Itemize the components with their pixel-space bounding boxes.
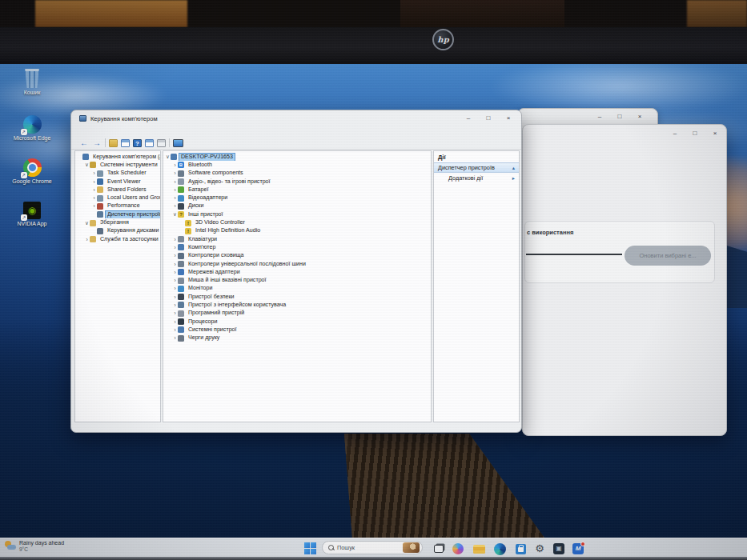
- up-level-icon[interactable]: [109, 139, 118, 147]
- start-button[interactable]: [304, 542, 316, 554]
- close-button[interactable]: ×: [635, 113, 645, 121]
- expand-caret-icon[interactable]: ▸: [512, 175, 515, 182]
- monitor-icon[interactable]: [173, 139, 183, 147]
- device-tree-item[interactable]: › Батареї: [163, 186, 431, 194]
- tree-item[interactable]: › Local Users and Groups: [75, 194, 160, 202]
- expand-arrow-icon[interactable]: ›: [172, 245, 178, 250]
- device-tree-item[interactable]: ∨ ? Інші пристрої: [163, 210, 431, 218]
- device-tree-item[interactable]: › Миша й інші вказівні пристрої: [163, 276, 431, 284]
- device-tree-item[interactable]: › Контролери універсальної послідовної ш…: [163, 260, 431, 268]
- device-tree-item[interactable]: › B Bluetooth: [163, 161, 431, 169]
- minimize-button[interactable]: –: [464, 114, 473, 122]
- expand-arrow-icon[interactable]: ›: [172, 302, 178, 308]
- maximize-button[interactable]: □: [615, 113, 625, 121]
- pinned-app-button-2[interactable]: M: [572, 542, 584, 555]
- desktop-icon-google-chrome[interactable]: ↗ Google Chrome: [6, 158, 58, 185]
- help-icon[interactable]: ?: [133, 139, 142, 147]
- search-daily-image[interactable]: [403, 542, 420, 553]
- minimize-button[interactable]: –: [595, 113, 604, 121]
- expand-arrow-icon[interactable]: ›: [172, 278, 178, 283]
- tree-item[interactable]: › Task Scheduler: [75, 170, 160, 178]
- device-tree-item[interactable]: › Диски: [163, 202, 431, 210]
- tree-item[interactable]: › Performance: [75, 202, 160, 210]
- store-button[interactable]: [514, 542, 527, 555]
- desktop-icon-nvidia-app[interactable]: ◉ ↗ NVIDIA App: [6, 202, 58, 227]
- device-tree-item[interactable]: › Черги друку: [163, 334, 431, 342]
- tree-item[interactable]: › Event Viewer: [75, 178, 160, 186]
- device-tree-item[interactable]: › Програмний пристрій: [163, 310, 431, 318]
- expand-arrow-icon[interactable]: ›: [91, 179, 97, 185]
- export-list-icon[interactable]: [157, 139, 166, 147]
- expand-arrow-icon[interactable]: ›: [91, 195, 97, 201]
- copilot-button[interactable]: [452, 542, 464, 555]
- minimize-button[interactable]: –: [670, 130, 680, 138]
- tree-item[interactable]: Керування дисками: [75, 227, 160, 235]
- expand-arrow-icon[interactable]: ›: [172, 162, 178, 168]
- expand-arrow-icon[interactable]: ›: [172, 262, 178, 267]
- tree-item[interactable]: › Shared Folders: [75, 186, 160, 194]
- device-tree-item[interactable]: › Клавіатури: [163, 235, 431, 243]
- expand-arrow-icon[interactable]: ›: [172, 237, 178, 242]
- expand-arrow-icon[interactable]: ›: [91, 170, 97, 176]
- expand-arrow-icon[interactable]: ›: [172, 195, 178, 201]
- desktop-icon-recycle-bin[interactable]: Кошик: [6, 69, 58, 96]
- device-tree-item[interactable]: › Комп'ютер: [163, 243, 431, 251]
- tree-item[interactable]: ∨ Системні інструменти: [75, 161, 160, 169]
- collapse-caret-icon[interactable]: ▴: [512, 165, 515, 171]
- edge-taskbar-button[interactable]: [493, 542, 506, 555]
- expand-arrow-icon[interactable]: ›: [91, 187, 97, 193]
- computer-management-window[interactable]: Керування комп'ютером – □ × ← → ?: [70, 110, 522, 433]
- device-tree-item[interactable]: › Пристрої з інтерфейсом користувача: [163, 301, 431, 309]
- expand-arrow-icon[interactable]: ›: [172, 286, 178, 291]
- expand-arrow-icon[interactable]: ›: [172, 327, 178, 333]
- tree-item[interactable]: Керування комп'ютером (лок: [75, 153, 160, 161]
- close-button[interactable]: ×: [504, 114, 513, 122]
- title-bar[interactable]: Керування комп'ютером – □ ×: [71, 110, 521, 126]
- settings-button[interactable]: ⚙: [533, 542, 546, 555]
- weather-widget[interactable]: Rainy days ahead 9°C: [5, 539, 64, 553]
- device-tree-item[interactable]: › Відеоадаптери: [163, 194, 431, 202]
- expand-arrow-icon[interactable]: ∨: [165, 154, 171, 160]
- tree-item[interactable]: ∨ Зберігання: [75, 218, 160, 226]
- tree-item[interactable]: › Служби та застосунки: [75, 235, 160, 243]
- device-tree-item[interactable]: ∨ DESKTOP-PVJ1653: [163, 153, 431, 161]
- expand-arrow-icon[interactable]: ›: [172, 170, 178, 176]
- file-explorer-button[interactable]: [472, 542, 485, 555]
- expand-arrow-icon[interactable]: ›: [172, 179, 178, 185]
- maximize-button[interactable]: □: [690, 130, 700, 138]
- background-window-updater[interactable]: – □ × с використання Оновити вибрані е..…: [522, 124, 727, 436]
- expand-arrow-icon[interactable]: ›: [172, 253, 178, 258]
- forward-icon[interactable]: →: [92, 139, 102, 147]
- expand-arrow-icon[interactable]: ›: [84, 237, 90, 242]
- expand-arrow-icon[interactable]: ›: [172, 270, 178, 275]
- back-icon[interactable]: ←: [79, 139, 89, 147]
- search-input[interactable]: Пошук: [322, 541, 423, 554]
- expand-arrow-icon[interactable]: ›: [172, 294, 178, 300]
- device-tree-item[interactable]: › Монітори: [163, 285, 431, 293]
- expand-arrow-icon[interactable]: ∨: [84, 220, 90, 226]
- task-view-button[interactable]: [432, 542, 445, 555]
- pinned-app-button-1[interactable]: ▣: [552, 542, 565, 555]
- device-tree-item[interactable]: › Аудіо-, відео- та ігрові пристрої: [163, 178, 431, 186]
- expand-arrow-icon[interactable]: ∨: [84, 162, 90, 168]
- tree-item[interactable]: Диспетчер пристроїв: [75, 210, 160, 218]
- expand-arrow-icon[interactable]: ›: [172, 310, 178, 316]
- device-tree-item[interactable]: › Пристрої безпеки: [163, 293, 431, 301]
- maximize-button[interactable]: □: [484, 114, 493, 122]
- close-button[interactable]: ×: [710, 130, 720, 138]
- expand-arrow-icon[interactable]: ∨: [172, 211, 178, 218]
- device-tree-item[interactable]: › Процесори: [163, 318, 431, 326]
- expand-arrow-icon[interactable]: ›: [172, 187, 178, 193]
- expand-arrow-icon[interactable]: ›: [172, 335, 178, 341]
- update-selected-button[interactable]: Оновити вибрані е...: [625, 246, 711, 266]
- desktop-icon-microsoft-edge[interactable]: ↗ Microsoft Edge: [6, 115, 58, 142]
- actions-group-header[interactable]: Диспетчер пристроїв ▴: [434, 162, 519, 173]
- console-tree-icon[interactable]: [121, 139, 130, 147]
- expand-arrow-icon[interactable]: ›: [91, 203, 97, 209]
- device-tree-item[interactable]: › Мережеві адаптери: [163, 268, 431, 276]
- device-tree-item[interactable]: › Software components: [163, 170, 431, 178]
- expand-arrow-icon[interactable]: ›: [172, 203, 178, 209]
- device-tree-item[interactable]: › Системні пристрої: [163, 326, 431, 334]
- expand-arrow-icon[interactable]: ›: [172, 319, 178, 325]
- properties-icon[interactable]: [145, 139, 154, 147]
